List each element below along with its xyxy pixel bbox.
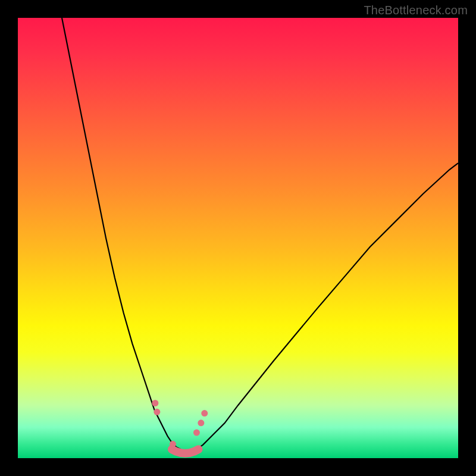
right-curve <box>196 163 458 449</box>
trough-floor <box>172 449 198 453</box>
chart-frame: TheBottleneck.com <box>0 0 476 476</box>
left-curve <box>62 18 181 449</box>
left-markers-point <box>152 400 158 406</box>
series-group <box>62 18 458 453</box>
right-markers-point <box>198 419 204 426</box>
chart-svg <box>18 18 458 458</box>
right-markers-point <box>201 410 208 416</box>
watermark-text: TheBottleneck.com <box>364 4 468 17</box>
left-markers-point <box>154 409 160 415</box>
scatter-group <box>152 400 208 447</box>
right-markers-point <box>193 430 200 436</box>
left-markers-point <box>170 441 176 447</box>
